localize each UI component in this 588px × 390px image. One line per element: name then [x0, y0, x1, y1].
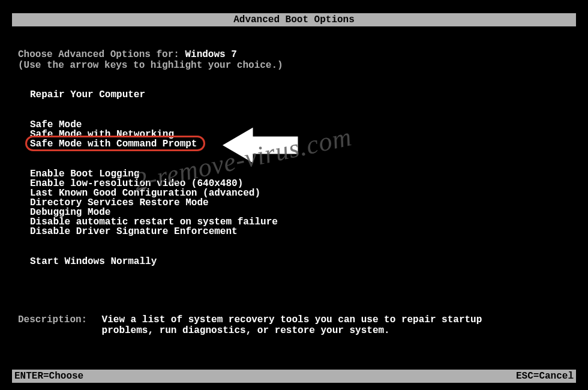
footer-enter-hint: ENTER=Choose	[14, 370, 83, 383]
menu-item-enable-boot-logging[interactable]: Enable Boot Logging	[30, 169, 278, 179]
menu-item-last-known-good[interactable]: Last Known Good Configuration (advanced)	[30, 188, 278, 198]
menu-item-disable-driver-sig[interactable]: Disable Driver Signature Enforcement	[30, 227, 278, 236]
menu-item-disable-auto-restart[interactable]: Disable automatic restart on system fail…	[30, 217, 278, 227]
prompt-line: Choose Advanced Options for: Windows 7	[18, 49, 237, 60]
description-block: Description: View a list of system recov…	[18, 314, 522, 336]
page-title: Advanced Boot Options	[233, 14, 355, 25]
footer-bar: ENTER=Choose ESC=Cancel	[12, 370, 576, 383]
instructions: (Use the arrow keys to highlight your ch…	[18, 60, 283, 71]
menu-item-ds-restore-mode[interactable]: Directory Services Restore Mode	[30, 198, 278, 208]
menu-item-debugging-mode[interactable]: Debugging Mode	[30, 208, 278, 217]
description-label: Description:	[18, 314, 96, 325]
description-text: View a list of system recovery tools you…	[102, 314, 522, 336]
menu-item-safe-mode-networking[interactable]: Safe Mode with Networking	[30, 130, 278, 139]
os-name: Windows 7	[185, 49, 236, 60]
prompt-prefix: Choose Advanced Options for:	[18, 49, 185, 60]
menu-item-low-res-video[interactable]: Enable low-resolution video (640x480)	[30, 179, 278, 188]
menu-item-label: Safe Mode with Command Prompt	[30, 139, 197, 149]
title-bar: Advanced Boot Options	[12, 13, 576, 26]
menu-item-repair-your-computer[interactable]: Repair Your Computer	[30, 90, 278, 100]
menu-item-start-normally[interactable]: Start Windows Normally	[30, 257, 278, 266]
footer-esc-hint: ESC=Cancel	[516, 370, 574, 383]
menu-item-safe-mode[interactable]: Safe Mode	[30, 120, 278, 130]
menu-item-safe-mode-command-prompt[interactable]: Safe Mode with Command Prompt	[30, 139, 278, 149]
boot-menu: Repair Your Computer Safe Mode Safe Mode…	[30, 90, 278, 266]
